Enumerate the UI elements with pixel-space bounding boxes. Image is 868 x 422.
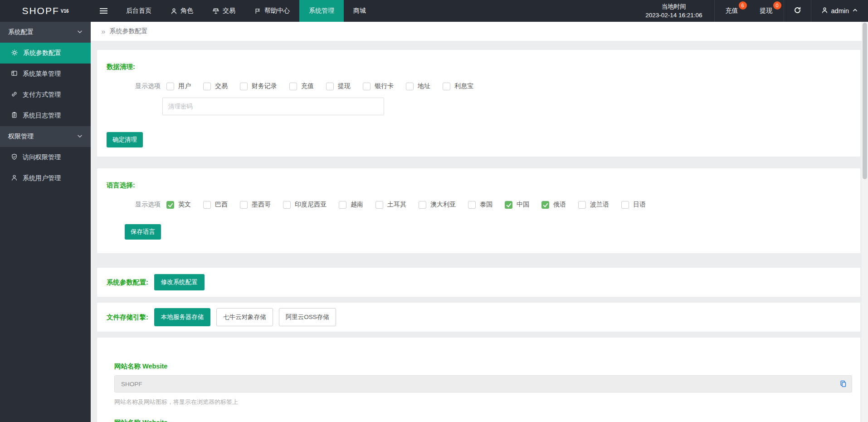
checkbox[interactable] — [578, 201, 586, 209]
checkbox[interactable] — [203, 83, 211, 90]
options-row-label: 显示选项 — [135, 201, 161, 209]
layout-menu-icon — [11, 70, 18, 78]
nav-system-label: 系统管理 — [309, 7, 334, 15]
checkbox[interactable] — [240, 201, 248, 209]
nav-mall[interactable]: 商城 — [344, 0, 375, 22]
checkbox-lang-brazil[interactable]: 巴西 — [203, 201, 228, 209]
top-nav: 后台首页 角色 交易 帮助中心 系统管理 商城 — [117, 0, 375, 22]
nav-roles[interactable]: 角色 — [161, 0, 203, 22]
save-language-button[interactable]: 保存语言 — [125, 224, 161, 240]
sidebar-item-log-mgmt[interactable]: 系统日志管理 — [0, 105, 91, 126]
checkbox[interactable] — [375, 201, 383, 209]
checkbox-lang-thailand[interactable]: 泰国 — [468, 201, 493, 209]
clipboard-icon — [11, 112, 18, 120]
copy-icon[interactable] — [839, 380, 847, 388]
card-sysparam: 系统参数配置: 修改系统配置 — [97, 268, 860, 297]
nav-roles-label: 角色 — [180, 7, 193, 15]
sidebar-item-label: 支付方式管理 — [23, 91, 61, 99]
checkbox-option-finance[interactable]: 财务记录 — [240, 82, 277, 90]
sidebar-item-user-mgmt[interactable]: 系统用户管理 — [0, 168, 91, 189]
checkbox[interactable] — [283, 201, 291, 209]
checkbox[interactable] — [419, 201, 426, 209]
checkbox-checked[interactable] — [166, 201, 174, 209]
checkbox-option-interest[interactable]: 利息宝 — [443, 82, 473, 90]
sidebar-item-menu-mgmt[interactable]: 系统菜单管理 — [0, 64, 91, 84]
refresh-icon — [794, 6, 801, 16]
checkbox-lang-english[interactable]: 英文 — [166, 201, 191, 209]
clean-password-input[interactable] — [162, 98, 384, 115]
sidebar-section-system-config[interactable]: 系统配置 — [0, 22, 91, 43]
sidebar-item-label: 系统日志管理 — [23, 112, 61, 120]
storage-alioss-button[interactable]: 阿里云OSS存储 — [279, 308, 336, 326]
checkbox[interactable] — [468, 201, 476, 209]
sidebar-item-label: 系统参数配置 — [23, 49, 61, 57]
checkbox-checked[interactable] — [541, 201, 549, 209]
checkbox-option-bankcard[interactable]: 银行卡 — [363, 82, 394, 90]
checkbox[interactable] — [406, 83, 414, 90]
website-name-input[interactable] — [114, 375, 852, 393]
checkbox-option-address[interactable]: 地址 — [406, 82, 430, 90]
checkbox[interactable] — [443, 83, 450, 90]
checkbox[interactable] — [363, 83, 371, 90]
nav-help[interactable]: 帮助中心 — [245, 0, 299, 22]
checkbox-lang-vietnam[interactable]: 越南 — [339, 201, 363, 209]
hamburger-icon[interactable] — [91, 0, 117, 22]
sidebar-item-label: 访问权限管理 — [23, 153, 61, 162]
storage-qiniu-button[interactable]: 七牛云对象存储 — [216, 308, 273, 326]
checkbox[interactable] — [289, 83, 297, 90]
person-icon — [11, 174, 18, 182]
logo-text: SHOPF — [22, 5, 59, 16]
checkbox-lang-japanese[interactable]: 日语 — [621, 201, 646, 209]
checkbox-lang-mexico[interactable]: 墨西哥 — [240, 201, 271, 209]
checkbox[interactable] — [240, 83, 248, 90]
checkbox-lang-china[interactable]: 中国 — [505, 201, 529, 209]
checkbox-option-recharge[interactable]: 充值 — [289, 82, 314, 90]
checkbox[interactable] — [339, 201, 346, 209]
recharge-button[interactable]: 充值 6 — [715, 0, 749, 22]
user-menu[interactable]: admin — [811, 0, 868, 22]
flag-icon — [254, 8, 261, 15]
sidebar: 系统配置 系统参数配置 系统菜单管理 支付方式管理 系统日志管理 权限管理 访问… — [0, 22, 91, 422]
website-name-help: 网站名称及网站图标，将显示在浏览器的标签上 — [114, 398, 852, 406]
website-name-label: 网站名称 Website — [114, 418, 852, 422]
vertical-scrollbar[interactable] — [862, 22, 868, 422]
app-logo: SHOPFV16 — [0, 0, 91, 22]
checkbox-lang-russian[interactable]: 俄语 — [541, 201, 566, 209]
chevron-down-icon — [77, 133, 83, 141]
checkbox-checked[interactable] — [505, 201, 512, 209]
nav-trade[interactable]: 交易 — [203, 0, 245, 22]
refresh-button[interactable] — [784, 0, 811, 22]
main-content: » 系统参数配置 数据清理: 显示选项 用户 交易 财务记录 充值 提现 银行卡… — [91, 22, 868, 422]
options-row-label: 显示选项 — [135, 82, 161, 90]
checkbox[interactable] — [621, 201, 629, 209]
confirm-clean-button[interactable]: 确定清理 — [107, 132, 143, 147]
checkbox-option-users[interactable]: 用户 — [166, 82, 191, 90]
storage-local-button[interactable]: 本地服务器存储 — [154, 308, 211, 326]
modify-system-config-button[interactable]: 修改系统配置 — [154, 274, 205, 290]
sidebar-item-payment-mgmt[interactable]: 支付方式管理 — [0, 84, 91, 105]
scrollbar-thumb[interactable] — [863, 23, 867, 179]
data-clean-options-row: 显示选项 用户 交易 财务记录 充值 提现 银行卡 地址 利息宝 — [135, 82, 851, 90]
withdraw-button[interactable]: 提现 0 — [749, 0, 784, 22]
checkbox-lang-turkey[interactable]: 土耳其 — [375, 201, 406, 209]
breadcrumb-label: 系统参数配置 — [109, 27, 147, 35]
person-icon — [171, 8, 177, 15]
checkbox[interactable] — [166, 83, 174, 90]
checkbox-option-trade[interactable]: 交易 — [203, 82, 228, 90]
withdraw-badge: 0 — [773, 1, 781, 10]
sidebar-section-permission[interactable]: 权限管理 — [0, 126, 91, 147]
withdraw-label: 提现 — [760, 7, 773, 15]
language-title: 语言选择: — [107, 181, 851, 190]
nav-system[interactable]: 系统管理 — [299, 0, 344, 22]
content-scroll-area[interactable]: 数据清理: 显示选项 用户 交易 财务记录 充值 提现 银行卡 地址 利息宝 确… — [91, 41, 868, 422]
sidebar-item-access-perm[interactable]: 访问权限管理 — [0, 147, 91, 168]
checkbox-lang-polish[interactable]: 波兰语 — [578, 201, 609, 209]
checkbox[interactable] — [203, 201, 211, 209]
checkbox-option-withdraw[interactable]: 提现 — [326, 82, 351, 90]
checkbox-lang-australia[interactable]: 澳大利亚 — [419, 201, 456, 209]
recharge-badge: 6 — [739, 1, 747, 10]
checkbox[interactable] — [326, 83, 334, 90]
checkbox-lang-indonesia[interactable]: 印度尼西亚 — [283, 201, 327, 209]
sidebar-item-system-params[interactable]: 系统参数配置 — [0, 43, 91, 64]
nav-home[interactable]: 后台首页 — [117, 0, 161, 22]
